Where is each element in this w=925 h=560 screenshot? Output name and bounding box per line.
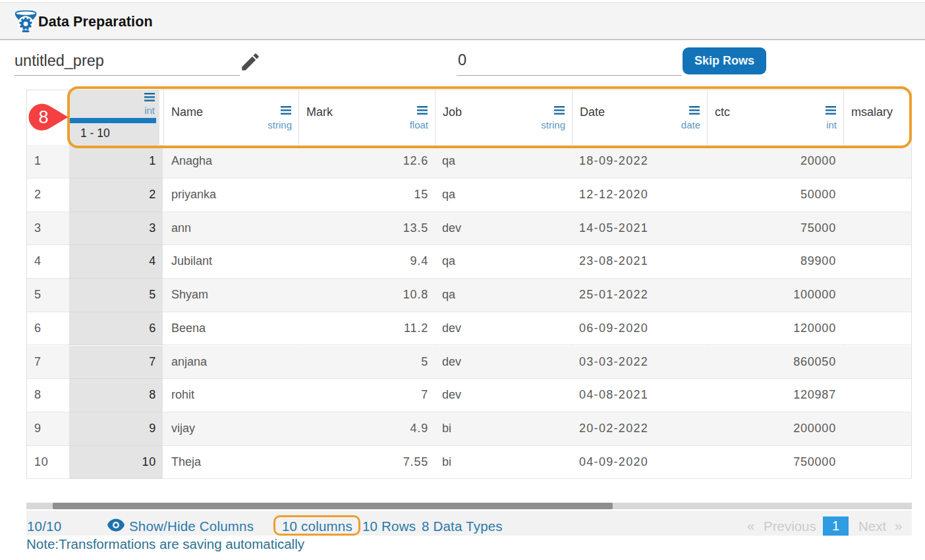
svg-text:8: 8: [38, 107, 48, 127]
